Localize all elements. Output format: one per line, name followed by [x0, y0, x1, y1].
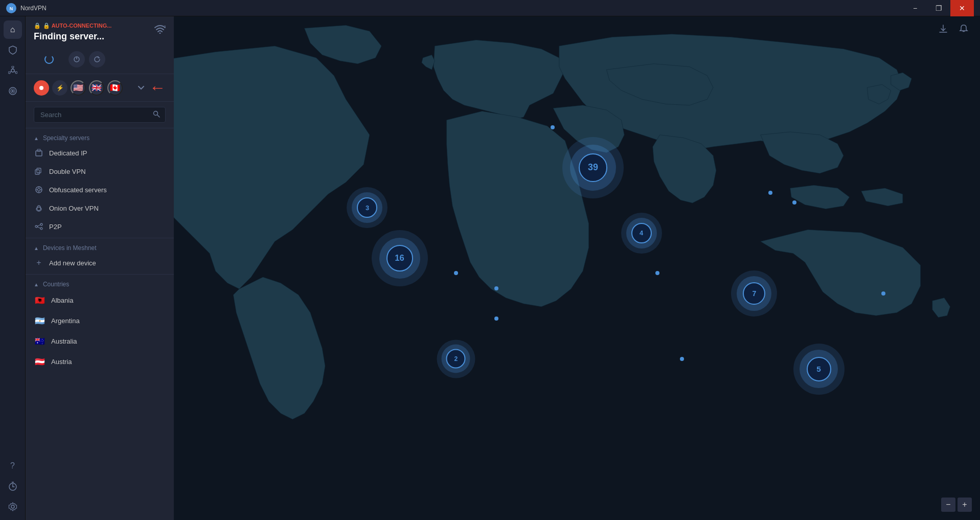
map-area: 3 16 39	[174, 16, 980, 520]
countries-label: Countries	[43, 281, 69, 288]
rail-home-icon[interactable]: ⌂	[4, 20, 22, 39]
collapse-button[interactable]	[138, 84, 144, 92]
flag-us-button[interactable]: 🇺🇸	[71, 80, 86, 96]
svg-line-8	[10, 72, 11, 73]
arrow-indicator: ←	[149, 78, 166, 97]
obfuscated-label: Obfuscated servers	[49, 186, 107, 194]
p2p-item[interactable]: P2P	[26, 217, 174, 236]
wifi-icon: ?	[154, 25, 166, 36]
svg-point-37	[40, 223, 42, 225]
p2p-label: P2P	[49, 223, 62, 231]
divider-1	[26, 238, 174, 238]
double-vpn-icon	[34, 166, 44, 176]
dedicated-ip-label: Dedicated IP	[49, 149, 87, 157]
refresh-button[interactable]	[89, 51, 105, 67]
dedicated-ip-icon	[34, 148, 44, 158]
loading-spinner	[34, 52, 64, 66]
lock-icon: 🔒	[34, 22, 41, 29]
meshnet-header[interactable]: ▲ Devices in Meshnet	[26, 240, 174, 254]
svg-point-35	[37, 206, 41, 211]
flag-austria: 🇦🇹	[34, 355, 46, 368]
zoom-minus-button[interactable]: −	[941, 498, 955, 512]
obfuscated-icon	[34, 185, 44, 195]
restore-button[interactable]: ❐	[927, 0, 950, 16]
svg-point-17	[159, 33, 161, 34]
zoom-plus-button[interactable]: +	[958, 498, 972, 512]
country-australia[interactable]: 🇦🇺 Australia	[26, 331, 174, 351]
onion-vpn-item[interactable]: Onion Over VPN	[26, 199, 174, 217]
specialty-servers-header[interactable]: ▲ Specialty servers	[26, 130, 174, 144]
flag-gb-button[interactable]: 🇬🇧	[89, 80, 104, 96]
svg-line-7	[14, 72, 16, 73]
finding-server-text: Finding server...	[34, 31, 111, 42]
meshnet-label: Devices in Meshnet	[43, 244, 97, 252]
titlebar: N NordVPN − ❐ ✕	[0, 0, 980, 16]
rail-timer-icon[interactable]	[4, 477, 22, 495]
p2p-icon	[34, 221, 44, 232]
svg-point-36	[35, 225, 37, 228]
search-button[interactable]	[148, 110, 165, 119]
svg-point-29	[38, 189, 40, 191]
svg-point-16	[11, 505, 14, 508]
country-argentina[interactable]: 🇦🇷 Argentina	[26, 310, 174, 331]
flag-ca-button[interactable]: 🇨🇦	[107, 80, 123, 96]
country-austria[interactable]: 🇦🇹 Austria	[26, 351, 174, 372]
window-controls: − ❐ ✕	[903, 0, 974, 16]
server-list: ▲ Specialty servers Dedicated IP Double …	[26, 128, 174, 520]
rail-settings-icon[interactable]	[4, 498, 22, 516]
rail-shield-icon[interactable]	[4, 41, 22, 59]
add-device-label: Add new device	[49, 259, 96, 267]
quick-access-row: ⚡ 🇺🇸 🇬🇧 🇨🇦 ←	[26, 74, 174, 102]
dedicated-ip-item[interactable]: Dedicated IP	[26, 144, 174, 162]
app-title: NordVPN	[20, 5, 903, 12]
chevron-up-icon: ▲	[34, 135, 39, 141]
lightning-button[interactable]: ⚡	[52, 80, 67, 96]
chevron-up-icon-3: ▲	[34, 282, 39, 287]
svg-point-11	[12, 90, 14, 92]
country-albania[interactable]: 🇦🇱 Albania	[26, 290, 174, 310]
connection-panel: 🔒 🔒 AUTO-CONNECTING... Finding server...…	[26, 16, 174, 74]
add-new-device-item[interactable]: + Add new device	[26, 254, 174, 272]
flag-argentina: 🇦🇷	[34, 314, 46, 327]
svg-line-39	[37, 225, 40, 227]
connection-controls	[34, 51, 166, 67]
svg-point-21	[39, 86, 43, 90]
zoom-controls: − +	[941, 498, 972, 512]
record-button[interactable]	[34, 80, 49, 96]
svg-text:N: N	[10, 6, 13, 11]
rail-target-icon[interactable]	[4, 82, 22, 100]
search-input[interactable]	[34, 107, 148, 122]
albania-label: Albania	[51, 297, 73, 304]
countries-header[interactable]: ▲ Countries	[26, 277, 174, 290]
obfuscated-item[interactable]: Obfuscated servers	[26, 180, 174, 199]
double-vpn-label: Double VPN	[49, 168, 86, 175]
rail-network-icon[interactable]	[4, 61, 22, 80]
power-button[interactable]	[69, 51, 85, 67]
svg-line-23	[157, 115, 160, 118]
divider-2	[26, 274, 174, 275]
specialty-servers-label: Specialty servers	[43, 134, 89, 142]
svg-point-3	[12, 66, 14, 68]
argentina-label: Argentina	[51, 317, 80, 325]
minimize-button[interactable]: −	[903, 0, 927, 16]
double-vpn-item[interactable]: Double VPN	[26, 162, 174, 180]
auto-connecting-label: 🔒 🔒 AUTO-CONNECTING...	[34, 22, 111, 29]
flag-albania: 🇦🇱	[34, 294, 46, 306]
rail-help-icon[interactable]: ?	[4, 457, 22, 475]
app-body: ⌂ ? 🔒 🔒 AUTO-CONNECTING...	[0, 16, 980, 520]
onion-vpn-label: Onion Over VPN	[49, 205, 99, 212]
flag-australia: 🇦🇺	[34, 335, 46, 347]
close-button[interactable]: ✕	[950, 0, 974, 16]
australia-label: Australia	[51, 337, 77, 345]
svg-point-2	[11, 69, 14, 72]
svg-line-40	[37, 227, 40, 229]
app-logo: N	[6, 3, 16, 13]
chevron-up-icon-2: ▲	[34, 245, 39, 251]
svg-rect-26	[35, 170, 39, 174]
add-device-icon: +	[34, 258, 44, 268]
icon-rail: ⌂ ?	[0, 16, 26, 520]
world-map	[174, 16, 980, 520]
svg-rect-27	[37, 168, 41, 173]
austria-label: Austria	[51, 358, 72, 366]
search-input-wrap	[34, 107, 166, 123]
